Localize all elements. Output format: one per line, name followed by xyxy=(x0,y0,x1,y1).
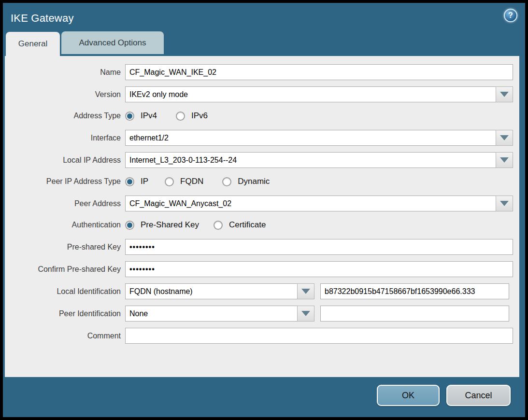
name-input[interactable] xyxy=(125,64,513,80)
chevron-down-icon xyxy=(500,201,509,206)
local-ip-address-row: Local IP Address xyxy=(5,152,513,168)
peer-ip-address-type-row: Peer IP Address Type IP FQDN Dynamic xyxy=(5,177,513,186)
interface-label: Interface xyxy=(5,134,125,142)
local-identification-value-input[interactable] xyxy=(320,283,509,299)
chevron-down-icon xyxy=(500,92,509,97)
confirm-pre-shared-key-input[interactable] xyxy=(125,261,513,277)
authentication-row: Authentication Pre-Shared Key Certificat… xyxy=(5,220,513,230)
confirm-pre-shared-key-label: Confirm Pre-shared Key xyxy=(5,265,125,274)
interface-dropdown-button[interactable] xyxy=(496,130,513,146)
radio-ipv4[interactable]: IPv4 xyxy=(125,111,157,121)
radio-certificate[interactable]: Certificate xyxy=(214,220,266,230)
peer-identification-value-input[interactable] xyxy=(320,306,509,322)
local-ip-dropdown-button[interactable] xyxy=(496,152,513,168)
help-icon[interactable]: ? xyxy=(504,9,517,22)
radio-peer-ip[interactable]: IP xyxy=(125,177,148,186)
pre-shared-key-label: Pre-shared Key xyxy=(5,243,125,252)
ike-gateway-dialog: IKE Gateway ? General Advanced Options N… xyxy=(0,0,528,420)
radio-pre-shared-key-label: Pre-Shared Key xyxy=(141,220,199,230)
peer-address-dropdown-button[interactable] xyxy=(496,196,513,211)
peer-address-input[interactable] xyxy=(125,196,496,211)
chevron-down-icon xyxy=(500,135,509,140)
radio-pre-shared-key[interactable]: Pre-Shared Key xyxy=(125,220,199,230)
radio-ipv4-control[interactable] xyxy=(125,112,134,121)
version-row: Version xyxy=(5,86,513,102)
local-ip-address-label: Local IP Address xyxy=(5,156,125,165)
peer-identification-row: Peer Identification xyxy=(5,306,513,322)
radio-ipv4-label: IPv4 xyxy=(141,111,157,121)
comment-label: Comment xyxy=(5,332,125,340)
radio-certificate-label: Certificate xyxy=(229,220,266,230)
tab-general[interactable]: General xyxy=(6,32,60,56)
name-label: Name xyxy=(5,68,125,77)
local-ip-address-input[interactable] xyxy=(125,152,496,168)
confirm-pre-shared-key-row: Confirm Pre-shared Key xyxy=(5,261,513,277)
authentication-label: Authentication xyxy=(5,221,125,229)
dialog-frame: IKE Gateway ? General Advanced Options N… xyxy=(3,3,525,417)
peer-address-row: Peer Address xyxy=(5,196,513,211)
local-identification-type-input[interactable] xyxy=(125,283,297,299)
radio-peer-dynamic-control[interactable] xyxy=(222,177,231,186)
address-type-label: Address Type xyxy=(5,112,125,120)
tab-advanced-options[interactable]: Advanced Options xyxy=(61,31,164,55)
radio-ipv6[interactable]: IPv6 xyxy=(176,111,208,121)
radio-certificate-control[interactable] xyxy=(214,221,223,230)
version-dropdown-button[interactable] xyxy=(496,86,513,102)
comment-input[interactable] xyxy=(125,328,513,344)
version-input[interactable] xyxy=(125,86,496,102)
cancel-button[interactable]: Cancel xyxy=(446,385,511,406)
peer-identification-label: Peer Identification xyxy=(5,309,125,318)
peer-address-label: Peer Address xyxy=(5,199,125,208)
name-row: Name xyxy=(5,64,513,80)
peer-ip-address-type-label: Peer IP Address Type xyxy=(5,177,125,186)
local-identification-label: Local Identification xyxy=(5,287,125,296)
radio-peer-dynamic[interactable]: Dynamic xyxy=(222,177,270,186)
radio-peer-dynamic-label: Dynamic xyxy=(238,177,270,186)
peer-identification-dropdown-button[interactable] xyxy=(297,306,314,322)
radio-peer-fqdn[interactable]: FQDN xyxy=(165,177,203,186)
pre-shared-key-input[interactable] xyxy=(125,239,513,255)
radio-ipv6-control[interactable] xyxy=(176,112,185,121)
chevron-down-icon xyxy=(301,289,310,294)
peer-identification-type-input[interactable] xyxy=(125,306,297,322)
chevron-down-icon xyxy=(301,311,310,316)
local-identification-dropdown-button[interactable] xyxy=(297,283,314,299)
version-label: Version xyxy=(5,90,125,99)
ok-button[interactable]: OK xyxy=(377,385,440,406)
general-tab-panel: Name Version Addr xyxy=(5,56,519,377)
interface-input[interactable] xyxy=(125,130,496,146)
radio-peer-fqdn-control[interactable] xyxy=(165,177,174,186)
comment-row: Comment xyxy=(5,328,513,344)
radio-pre-shared-key-control[interactable] xyxy=(125,221,134,230)
radio-ipv6-label: IPv6 xyxy=(191,111,208,121)
pre-shared-key-row: Pre-shared Key xyxy=(5,239,513,255)
dialog-title: IKE Gateway xyxy=(11,9,74,25)
dialog-footer: OK Cancel xyxy=(3,377,525,417)
titlebar: IKE Gateway ? xyxy=(3,3,525,31)
tab-bar: General Advanced Options xyxy=(3,31,525,56)
address-type-row: Address Type IPv4 IPv6 xyxy=(5,111,513,121)
radio-peer-ip-label: IP xyxy=(141,177,148,186)
local-identification-row: Local Identification xyxy=(5,283,513,299)
interface-row: Interface xyxy=(5,130,513,146)
chevron-down-icon xyxy=(500,157,509,163)
radio-peer-fqdn-label: FQDN xyxy=(180,177,203,186)
radio-peer-ip-control[interactable] xyxy=(125,177,134,186)
